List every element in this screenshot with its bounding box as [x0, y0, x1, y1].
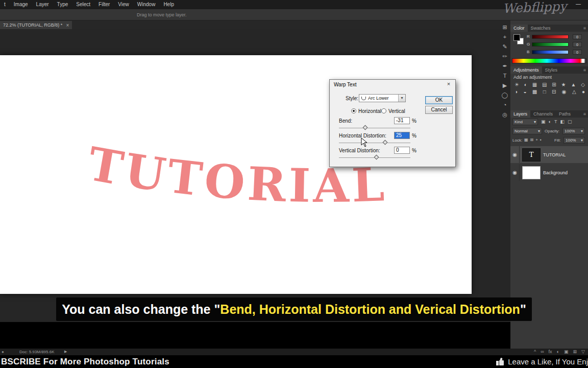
panel-footer-icon[interactable]: ▣	[564, 349, 569, 354]
panel-footer-icon[interactable]: ∞	[541, 349, 544, 354]
bend-slider[interactable]	[339, 126, 410, 130]
lock-icon[interactable]: ▦	[524, 137, 528, 142]
foreground-color-swatch[interactable]	[513, 34, 520, 41]
layer-filter-kind-dropdown[interactable]: Kind ▾	[512, 119, 538, 125]
tool-icon[interactable]: ✒	[499, 61, 510, 71]
menu-item[interactable]: t	[0, 0, 10, 9]
panel-menu-icon[interactable]: ≡	[583, 111, 586, 117]
tool-icon[interactable]: ✎	[499, 42, 510, 52]
tab-channels[interactable]: Channels	[530, 110, 556, 118]
adjustment-icon[interactable]: ▤	[542, 82, 547, 87]
panel-footer-icon[interactable]: ^	[534, 349, 536, 354]
layer-row-background[interactable]: ◉ Background	[510, 164, 588, 181]
panel-menu-icon[interactable]: ≡	[583, 26, 586, 31]
layer-name[interactable]: TUTORIAL	[543, 152, 566, 157]
red-value[interactable]: 0	[573, 34, 582, 39]
adjustment-icon[interactable]: ◒	[523, 89, 526, 95]
tab-styles[interactable]: Styles	[542, 66, 561, 74]
tool-icon[interactable]: T	[499, 71, 510, 81]
horizontal-radio[interactable]	[351, 108, 356, 113]
tool-icon[interactable]: ⊞	[499, 22, 510, 32]
minimize-icon[interactable]: —	[576, 1, 581, 7]
adjustment-icon[interactable]: □	[543, 89, 546, 95]
adjustment-icon[interactable]: ◐	[524, 82, 527, 87]
document-tab[interactable]: 72.2% (TUTORIAL, RGB/8) * ×	[0, 21, 72, 29]
bend-input[interactable]: -31	[394, 117, 410, 124]
lock-icon[interactable]: +	[535, 137, 538, 142]
adjustment-icon[interactable]: ●	[582, 89, 585, 95]
filter-icon[interactable]: ▢	[568, 119, 572, 124]
tab-swatches[interactable]: Swatches	[528, 25, 554, 32]
adjustment-icon[interactable]: ◇	[581, 82, 585, 87]
horizontal-distortion-slider[interactable]	[339, 141, 410, 145]
tab-color[interactable]: Color	[510, 25, 528, 32]
menu-item[interactable]: View	[114, 0, 133, 9]
adjustment-icon[interactable]: ◉	[562, 89, 567, 95]
tab-paths[interactable]: Paths	[556, 110, 574, 118]
tool-icon[interactable]: ◔	[499, 100, 510, 110]
adjustment-icon[interactable]: ⊟	[552, 89, 556, 95]
menu-item[interactable]: Window	[133, 0, 160, 9]
opacity-dropdown[interactable]: 100% ▾	[562, 128, 585, 134]
eye-icon[interactable]: ◉	[510, 164, 520, 181]
dialog-close-icon[interactable]: ×	[444, 81, 453, 88]
filter-icon[interactable]: T	[554, 119, 557, 124]
blue-value[interactable]: 0	[573, 50, 582, 55]
menu-item[interactable]: Select	[72, 0, 94, 9]
tool-icon[interactable]: ◎	[499, 110, 510, 120]
vertical-distortion-input[interactable]: 0	[394, 147, 410, 154]
tool-icon[interactable]: ◯	[499, 90, 510, 100]
tool-icon[interactable]: +	[499, 32, 510, 42]
bend-slider-thumb[interactable]	[362, 125, 368, 130]
adjustment-icon[interactable]: ◑	[514, 89, 518, 95]
adjustment-icon[interactable]: ▦	[532, 82, 537, 87]
background-layer-thumbnail[interactable]	[522, 166, 541, 179]
fill-dropdown[interactable]: 100% ▾	[564, 137, 585, 144]
chevron-down-icon[interactable]: ▾	[398, 95, 405, 102]
menu-item[interactable]: Layer	[32, 0, 53, 9]
red-slider[interactable]	[532, 35, 569, 39]
adjustment-icon[interactable]: ▩	[532, 89, 537, 95]
adjustment-icon[interactable]: ★	[561, 82, 566, 87]
style-dropdown[interactable]: Arc Lower ▾	[359, 94, 406, 102]
text-layer-thumbnail[interactable]: T	[522, 148, 541, 162]
color-ramp[interactable]	[512, 58, 586, 63]
panel-footer-icon[interactable]: fx	[549, 349, 552, 354]
horizontal-distortion-input[interactable]: 25	[394, 132, 410, 139]
panel-footer-icon[interactable]: ▽	[581, 349, 585, 354]
tool-icon[interactable]: ▶	[499, 81, 510, 90]
menu-item[interactable]: Filter	[94, 0, 114, 9]
menu-item[interactable]: Image	[10, 0, 32, 9]
vertical-radio[interactable]	[381, 108, 386, 113]
vertical-distortion-slider[interactable]	[339, 155, 410, 159]
filter-icon[interactable]: ◧	[560, 119, 565, 124]
filter-icon[interactable]: ◐	[549, 119, 551, 124]
adjustment-icon[interactable]: ⊞	[552, 82, 556, 87]
vertical-radio-label[interactable]: Vertical	[388, 108, 405, 114]
status-expand-icon[interactable]: ▶	[64, 350, 67, 354]
cancel-button[interactable]: Cancel	[425, 106, 453, 114]
adjustment-icon[interactable]: ▲	[571, 82, 576, 87]
menu-item[interactable]: Help	[159, 0, 178, 9]
lock-icon[interactable]: ▪	[540, 137, 542, 142]
blue-slider[interactable]	[532, 50, 569, 54]
tab-adjustments[interactable]: Adjustments	[510, 66, 542, 74]
tab-close-icon[interactable]: ×	[66, 22, 69, 28]
panel-footer-icon[interactable]: ◐	[557, 349, 559, 354]
adjustment-icon[interactable]: ☀	[514, 82, 519, 87]
adjustment-icon[interactable]: △	[572, 89, 576, 95]
tool-icon[interactable]: ✏	[499, 52, 510, 61]
panel-menu-icon[interactable]: ≡	[583, 67, 586, 73]
horizontal-radio-label[interactable]: Horizontal	[358, 108, 381, 114]
blend-mode-dropdown[interactable]: Normal ▾	[512, 128, 542, 134]
lock-icon[interactable]: ⊞	[530, 137, 534, 142]
v-dist-slider-thumb[interactable]	[374, 155, 379, 160]
menu-item[interactable]: Type	[53, 0, 72, 9]
green-value[interactable]: 0	[573, 42, 582, 47]
h-dist-slider-thumb[interactable]	[382, 140, 387, 145]
layer-row-tutorial[interactable]: ◉ T TUTORIAL	[510, 146, 588, 163]
panel-footer-icon[interactable]: ⊞	[573, 349, 577, 354]
eye-icon[interactable]: ◉	[510, 146, 520, 163]
tab-layers[interactable]: Layers	[510, 110, 530, 118]
green-slider[interactable]	[532, 42, 569, 47]
